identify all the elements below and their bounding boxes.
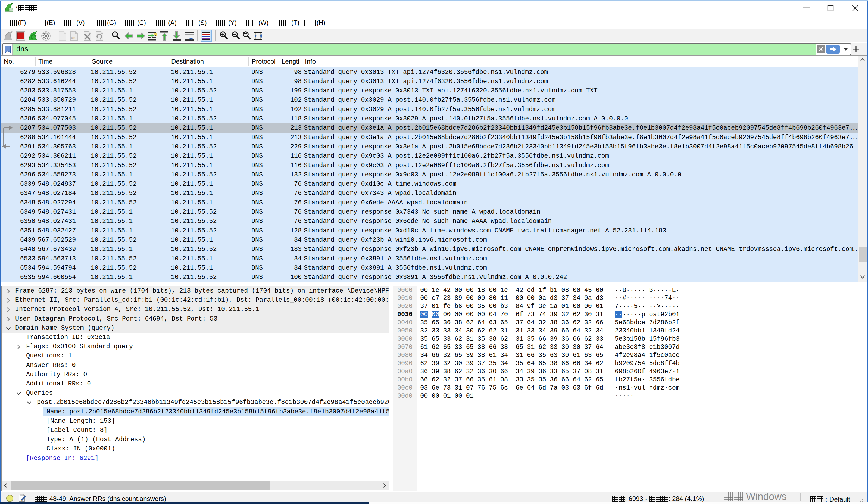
- svg-text:010: 010: [71, 36, 76, 39]
